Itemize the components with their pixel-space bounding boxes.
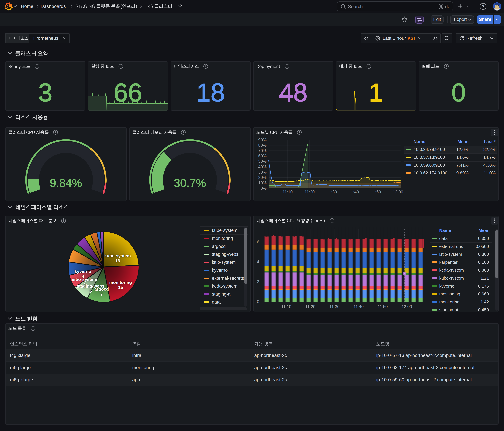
svg-text:?: ? xyxy=(482,4,484,9)
